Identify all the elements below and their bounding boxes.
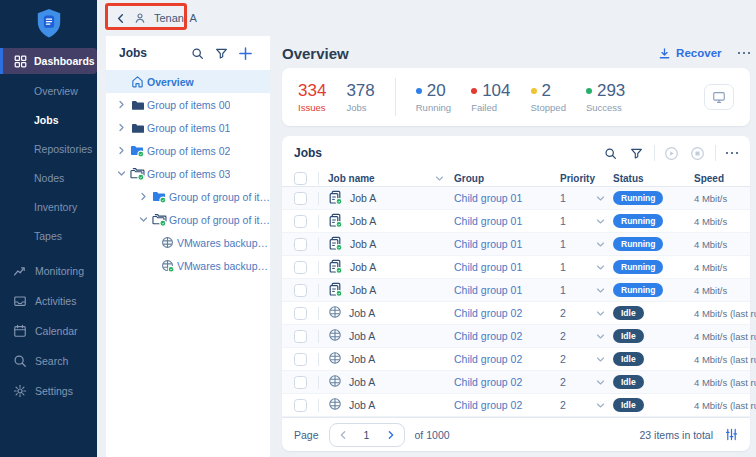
column-job-name[interactable]: Job name (328, 173, 375, 184)
sidebar-item-monitoring[interactable]: Monitoring (0, 256, 97, 286)
row-checkbox[interactable] (294, 215, 307, 228)
chevron-right-icon[interactable] (136, 192, 150, 201)
job-group[interactable]: Child group 01 (454, 215, 560, 227)
more-menu-icon[interactable] (738, 52, 751, 55)
table-row[interactable]: Job AChild group 022Idle4 Mbit/s (last r… (282, 348, 750, 371)
prev-page-icon[interactable] (338, 430, 348, 440)
job-name[interactable]: Job A (349, 307, 375, 319)
job-name[interactable]: Job A (349, 330, 375, 342)
table-row[interactable]: Job AChild group 022Idle4 Mbit/s (last r… (282, 394, 750, 417)
job-group[interactable]: Child group 02 (454, 399, 560, 411)
start-job-icon[interactable] (659, 146, 685, 161)
next-page-icon[interactable] (386, 430, 396, 440)
chevron-right-icon[interactable] (114, 123, 128, 132)
row-checkbox[interactable] (294, 353, 307, 366)
search-icon[interactable] (185, 47, 209, 60)
job-group[interactable]: Child group 01 (454, 284, 560, 296)
chevron-down-icon[interactable] (596, 263, 605, 272)
sidebar-item-dashboards[interactable]: Dashboards (0, 48, 97, 74)
chevron-down-icon[interactable] (596, 309, 605, 318)
job-name[interactable]: Job A (350, 284, 376, 296)
row-checkbox[interactable] (294, 238, 307, 251)
table-row[interactable]: Job AChild group 011Running4 Mbit/s (282, 187, 750, 210)
chevron-down-icon[interactable] (136, 215, 150, 224)
column-priority[interactable]: Priority (560, 173, 613, 184)
tree-item-group-03[interactable]: Group of items 03 (106, 162, 270, 185)
job-name[interactable]: Job A (350, 192, 376, 204)
table-row[interactable]: Job AChild group 022Idle4 Mbit/s (last r… (282, 302, 750, 325)
tree-item-group-of-group-00[interactable]: Group of group of items 00 (106, 185, 270, 208)
sidebar-item-activities[interactable]: Activities (0, 286, 97, 316)
job-group[interactable]: Child group 02 (454, 376, 560, 388)
job-group[interactable]: Child group 01 (454, 192, 560, 204)
tree-item-vmware-backup-1[interactable]: VMwares backup j0... (106, 231, 270, 254)
filter-icon[interactable] (209, 47, 233, 60)
row-checkbox[interactable] (294, 284, 307, 297)
row-checkbox[interactable] (294, 307, 307, 320)
tree-item-group-01[interactable]: Group of items 01 (106, 116, 270, 139)
tree-item-group-of-group-o[interactable]: Group of group of items o... (106, 208, 270, 231)
row-checkbox[interactable] (294, 192, 307, 205)
table-row[interactable]: Job AChild group 011Running4 Mbit/s (282, 210, 750, 233)
column-speed[interactable]: Speed (694, 173, 738, 184)
row-checkbox[interactable] (294, 376, 307, 389)
monitor-view-button[interactable] (704, 84, 734, 110)
tree-item-group-00[interactable]: Group of items 00 (106, 93, 270, 116)
sidebar-item-calendar[interactable]: Calendar (0, 316, 97, 346)
job-name[interactable]: Job A (350, 238, 376, 250)
job-name[interactable]: Job A (349, 376, 375, 388)
job-group[interactable]: Child group 02 (454, 353, 560, 365)
row-checkbox[interactable] (294, 330, 307, 343)
chevron-down-icon[interactable] (596, 194, 605, 203)
tenant-name[interactable]: Tenant A (154, 12, 197, 24)
chevron-right-icon[interactable] (114, 146, 128, 155)
table-row[interactable]: Job AChild group 022Idle4 Mbit/s (last r… (282, 371, 750, 394)
column-settings-icon[interactable] (725, 428, 738, 441)
job-name[interactable]: Job A (350, 215, 376, 227)
chevron-down-icon[interactable] (596, 217, 605, 226)
chevron-down-icon[interactable] (596, 332, 605, 341)
table-row[interactable]: Job AChild group 011Running4 Mbit/s (282, 279, 750, 302)
chevron-down-icon[interactable] (596, 401, 605, 410)
column-status[interactable]: Status (613, 173, 694, 184)
job-group[interactable]: Child group 02 (454, 330, 560, 342)
add-icon[interactable] (233, 46, 257, 61)
sidebar-item-jobs[interactable]: Jobs (0, 105, 97, 134)
tree-item-group-02[interactable]: Group of items 02 (106, 139, 270, 162)
sidebar-item-nodes[interactable]: Nodes (0, 163, 97, 192)
row-checkbox[interactable] (294, 261, 307, 274)
job-name[interactable]: Job A (349, 399, 375, 411)
job-group[interactable]: Child group 01 (454, 238, 560, 250)
sidebar-item-tapes[interactable]: Tapes (0, 221, 97, 250)
current-page[interactable]: 1 (364, 429, 370, 441)
job-group[interactable]: Child group 02 (454, 307, 560, 319)
sidebar-item-search[interactable]: Search (0, 346, 97, 376)
column-group[interactable]: Group (454, 173, 560, 184)
chevron-down-icon[interactable] (596, 355, 605, 364)
table-row[interactable]: Job AChild group 022Idle4 Mbit/s (last r… (282, 325, 750, 348)
table-row[interactable]: Job AChild group 011Running4 Mbit/s (282, 233, 750, 256)
back-chevron-icon[interactable] (115, 13, 126, 24)
table-row[interactable]: Job AChild group 011Running4 Mbit/s (282, 256, 750, 279)
sidebar-item-repositories[interactable]: Repositories (0, 134, 97, 163)
job-name[interactable]: Job A (350, 261, 376, 273)
sidebar-item-overview[interactable]: Overview (0, 76, 97, 105)
chevron-down-icon[interactable] (596, 240, 605, 249)
recover-button[interactable]: Recover (658, 47, 721, 60)
search-icon[interactable] (598, 147, 624, 160)
filter-icon[interactable] (624, 147, 650, 160)
chevron-down-icon[interactable] (596, 378, 605, 387)
tree-item-vmware-backup-2[interactable]: VMwares backup jo... (106, 254, 270, 277)
job-group[interactable]: Child group 01 (454, 261, 560, 273)
chevron-down-icon[interactable] (114, 169, 128, 178)
chevron-down-icon[interactable] (435, 174, 444, 183)
row-checkbox[interactable] (294, 399, 307, 412)
chevron-down-icon[interactable] (596, 286, 605, 295)
stop-job-icon[interactable] (685, 146, 711, 161)
job-name[interactable]: Job A (349, 353, 375, 365)
sidebar-item-inventory[interactable]: Inventory (0, 192, 97, 221)
chevron-right-icon[interactable] (114, 100, 128, 109)
tree-item-overview[interactable]: Overview (106, 70, 270, 93)
select-all-checkbox[interactable] (294, 172, 307, 185)
sidebar-item-settings[interactable]: Settings (0, 376, 97, 406)
